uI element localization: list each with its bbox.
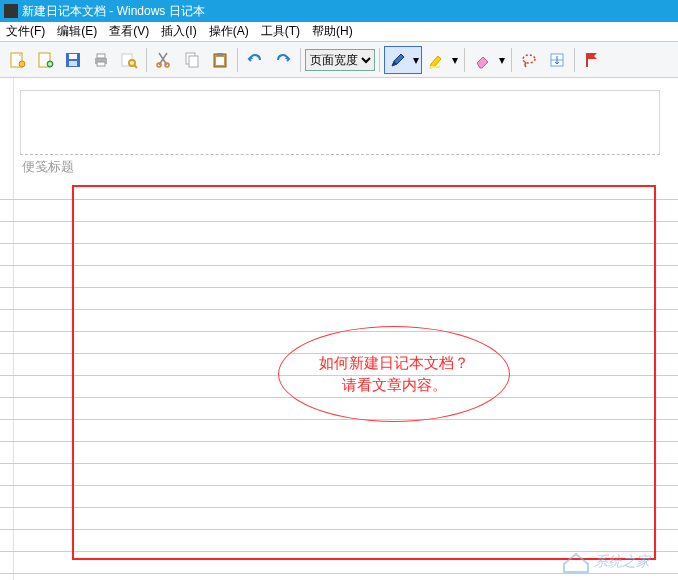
title-bar: 新建日记本文档 - Windows 日记本 bbox=[0, 0, 678, 22]
flag-button[interactable] bbox=[579, 46, 605, 74]
separator bbox=[379, 48, 380, 72]
cut-button[interactable] bbox=[151, 46, 177, 74]
paste-icon bbox=[211, 51, 229, 69]
find-icon bbox=[120, 51, 138, 69]
save-button[interactable] bbox=[60, 46, 86, 74]
save-icon bbox=[64, 51, 82, 69]
separator bbox=[146, 48, 147, 72]
paste-button[interactable] bbox=[207, 46, 233, 74]
find-button[interactable] bbox=[116, 46, 142, 74]
undo-icon bbox=[246, 51, 264, 69]
app-icon bbox=[4, 4, 18, 18]
menu-file[interactable]: 文件(F) bbox=[0, 23, 51, 40]
pen-button[interactable] bbox=[385, 46, 411, 74]
annotation-text-line2: 请看文章内容。 bbox=[342, 374, 447, 397]
menu-view[interactable]: 查看(V) bbox=[103, 23, 155, 40]
svg-rect-9 bbox=[97, 62, 105, 66]
pen-tool-active[interactable]: ▾ bbox=[384, 46, 422, 74]
eraser-dropdown[interactable]: ▾ bbox=[497, 53, 507, 67]
eraser-button[interactable] bbox=[469, 46, 495, 74]
svg-point-21 bbox=[523, 55, 535, 63]
window-title: 新建日记本文档 - Windows 日记本 bbox=[22, 3, 205, 20]
redo-button[interactable] bbox=[270, 46, 296, 74]
redo-icon bbox=[274, 51, 292, 69]
undo-button[interactable] bbox=[242, 46, 268, 74]
svg-rect-16 bbox=[189, 56, 198, 67]
new-note-button[interactable] bbox=[4, 46, 30, 74]
pen-icon bbox=[389, 51, 407, 69]
copy-button[interactable] bbox=[179, 46, 205, 74]
separator bbox=[300, 48, 301, 72]
menu-tools[interactable]: 工具(T) bbox=[255, 23, 306, 40]
insert-space-button[interactable] bbox=[544, 46, 570, 74]
menu-insert[interactable]: 插入(I) bbox=[155, 23, 202, 40]
pen-dropdown[interactable]: ▾ bbox=[411, 53, 421, 67]
toolbar: 页面宽度 ▾ ▾ ▾ bbox=[0, 42, 678, 78]
annotation-text-line1: 如何新建日记本文档？ bbox=[319, 352, 469, 375]
new-journal-button[interactable] bbox=[32, 46, 58, 74]
zoom-select[interactable]: 页面宽度 bbox=[305, 49, 375, 71]
svg-rect-18 bbox=[217, 53, 223, 56]
svg-text:系统之家: 系统之家 bbox=[594, 553, 652, 569]
new-journal-icon bbox=[36, 51, 54, 69]
flag-icon bbox=[583, 51, 601, 69]
separator bbox=[574, 48, 575, 72]
menu-help[interactable]: 帮助(H) bbox=[306, 23, 359, 40]
watermark-icon: 系统之家 bbox=[558, 544, 668, 574]
new-note-icon bbox=[8, 51, 26, 69]
annotation-oval: 如何新建日记本文档？ 请看文章内容。 bbox=[278, 326, 510, 422]
svg-rect-8 bbox=[97, 54, 105, 58]
menu-bar: 文件(F) 编辑(E) 查看(V) 插入(I) 操作(A) 工具(T) 帮助(H… bbox=[0, 22, 678, 42]
highlighter-tool[interactable]: ▾ bbox=[424, 46, 460, 74]
menu-edit[interactable]: 编辑(E) bbox=[51, 23, 103, 40]
svg-rect-6 bbox=[69, 61, 77, 66]
svg-rect-19 bbox=[216, 57, 224, 65]
copy-icon bbox=[183, 51, 201, 69]
lasso-icon bbox=[520, 51, 538, 69]
svg-line-12 bbox=[134, 65, 137, 68]
document-area[interactable]: 便笺标题 如何新建日记本文档？ 请看文章内容。 系统之家 bbox=[0, 78, 678, 580]
svg-rect-20 bbox=[430, 66, 440, 68]
note-title-box[interactable] bbox=[20, 90, 660, 155]
selection-button[interactable] bbox=[516, 46, 542, 74]
highlighter-icon bbox=[428, 51, 446, 69]
separator bbox=[237, 48, 238, 72]
space-icon bbox=[548, 51, 566, 69]
note-title-placeholder: 便笺标题 bbox=[22, 158, 74, 176]
separator bbox=[511, 48, 512, 72]
svg-point-1 bbox=[19, 61, 25, 67]
highlighter-button[interactable] bbox=[424, 46, 450, 74]
menu-actions[interactable]: 操作(A) bbox=[203, 23, 255, 40]
highlighter-dropdown[interactable]: ▾ bbox=[450, 53, 460, 67]
cut-icon bbox=[155, 51, 173, 69]
print-button[interactable] bbox=[88, 46, 114, 74]
print-icon bbox=[92, 51, 110, 69]
svg-rect-5 bbox=[69, 54, 77, 59]
separator bbox=[464, 48, 465, 72]
eraser-icon bbox=[473, 51, 491, 69]
